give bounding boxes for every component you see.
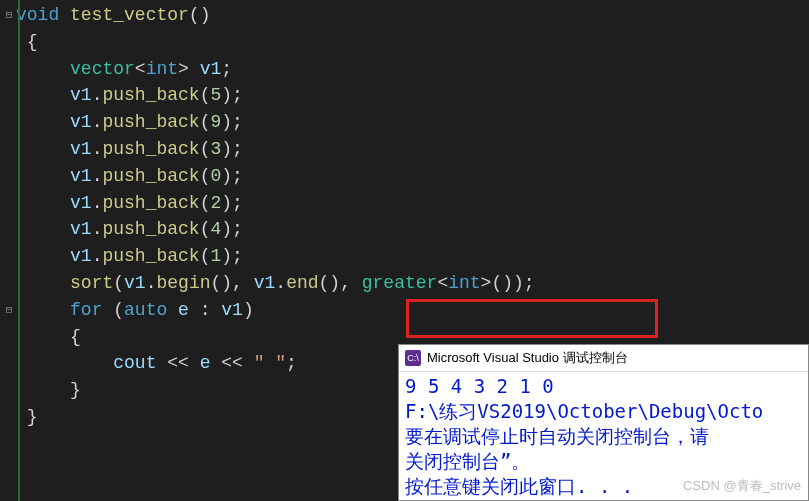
code-line: v1.push_back(4); — [0, 216, 809, 243]
code-line: v1.push_back(0); — [0, 163, 809, 190]
console-titlebar[interactable]: C:\ Microsoft Visual Studio 调试控制台 — [399, 345, 808, 372]
watermark-text: CSDN @青春_strive — [683, 477, 801, 495]
fold-guide — [18, 0, 20, 501]
code-line: vector<int> v1; — [0, 56, 809, 83]
code-line-for: ⊟ for (auto e : v1) — [0, 297, 809, 324]
code-line: v1.push_back(3); — [0, 136, 809, 163]
code-line: v1.push_back(1); — [0, 243, 809, 270]
code-line: ⊟void test_vector() — [0, 2, 809, 29]
fold-minus-icon[interactable]: ⊟ — [2, 297, 16, 324]
code-line: v1.push_back(2); — [0, 190, 809, 217]
code-line-sort: sort(v1.begin(), v1.end(), greater<int>(… — [0, 270, 809, 297]
code-line: { — [0, 29, 809, 56]
console-title-text: Microsoft Visual Studio 调试控制台 — [427, 349, 628, 367]
console-app-icon: C:\ — [405, 350, 421, 366]
code-line: v1.push_back(5); — [0, 82, 809, 109]
fold-minus-icon[interactable]: ⊟ — [2, 2, 16, 29]
code-line: v1.push_back(9); — [0, 109, 809, 136]
